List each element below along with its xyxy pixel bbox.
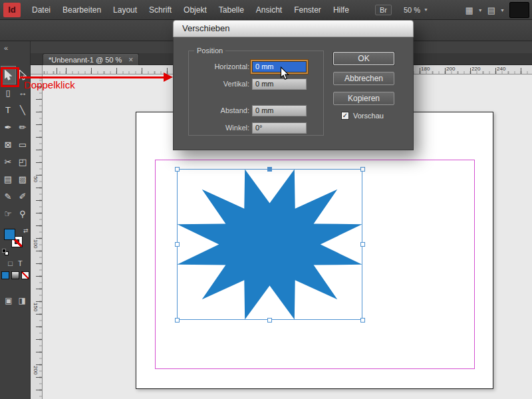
position-group-label: Position [194,47,225,55]
tools-panel: « ▯↔T╲✒✏⊠▭✂◰▤▨✎✐☞⚲ ⇄ □ T ▣ ◨ [0,41,31,399]
pen-tool[interactable]: ✒ [1,118,15,136]
line-tool[interactable]: ╲ [16,101,30,118]
dialog-title: Verschieben [182,23,230,33]
fill-color-swatch[interactable] [4,229,15,240]
menu-item-hilfe[interactable]: Hilfe [327,0,355,20]
abstand-value: 0 mm [255,106,274,114]
annotation-arrow-head [164,72,173,82]
formatting-container-icon[interactable]: □ [8,259,13,267]
selection-handle[interactable] [360,167,365,172]
vertikal-input[interactable]: 0 mm [252,78,307,90]
preview-mode-icon[interactable]: ◨ [19,296,26,305]
collapse-panel-icon[interactable]: « [4,44,8,52]
zoom-level-control[interactable]: 50 % ▼ [404,6,428,14]
v-ruler-label: 200 [33,366,39,374]
close-icon[interactable]: × [128,57,133,63]
selection-handle[interactable] [267,318,272,323]
type-tool[interactable]: T [1,101,15,118]
h-ruler-label: 180 [421,66,430,72]
winkel-label: Winkel: [190,124,249,132]
menu-item-ansicht[interactable]: Ansicht [250,0,288,20]
gradient-feather-tool[interactable]: ▨ [16,170,30,188]
verschieben-dialog: Verschieben Position Horizontal: 0 mm Ve… [173,20,414,150]
v-ruler-label: 100 [33,239,39,248]
apply-color-icon[interactable] [1,271,9,279]
scissors-tool[interactable]: ✂ [1,153,15,170]
panel-list-icon[interactable]: ▤ [487,5,495,15]
mouse-cursor-icon [280,66,290,84]
menu-item-fenster[interactable]: Fenster [288,0,327,20]
abbrechen-button[interactable]: Abbrechen [333,72,394,85]
menu-item-bearbeiten[interactable]: Bearbeiten [57,0,107,20]
pencil-tool[interactable]: ✏ [16,118,30,136]
apply-row [0,271,31,279]
zoom-tool[interactable]: ⚲ [16,205,30,222]
selection-bounding-box [177,169,362,320]
gradient-swatch-tool[interactable]: ▤ [1,170,15,188]
selection-handle[interactable] [175,167,180,172]
vorschau-label: Vorschau [353,112,384,120]
dialog-titlebar[interactable]: Verschieben [173,20,414,37]
vertikal-label: Vertikal: [190,80,249,88]
app-logo: Id [3,3,21,17]
selection-handle[interactable] [267,167,272,172]
checkbox-box[interactable]: ✓ [341,112,349,120]
default-fill-stroke-icon[interactable] [2,249,10,257]
view-mode-row: ▣ ◨ [0,296,31,305]
rectangle-tool[interactable]: ▭ [16,136,30,153]
abstand-label: Abstand: [190,106,249,114]
annotation-highlight-box [1,67,19,87]
ruler-origin-corner[interactable] [31,65,43,74]
vertical-ruler[interactable]: 50100150200 [31,74,43,399]
horizontal-input[interactable]: 0 mm [252,61,307,72]
menu-bar: Id DateiBearbeitenLayoutSchriftObjektTab… [0,0,532,20]
horizontal-value: 0 mm [255,63,274,70]
formatting-text-icon[interactable]: T [18,259,23,267]
annotation-arrow-line [20,76,164,78]
selection-handle[interactable] [360,242,365,247]
document-tab[interactable]: *Unbenannt-1 @ 50 % × [43,53,139,65]
eyedropper-tool[interactable]: ✐ [16,188,30,205]
menu-items: DateiBearbeitenLayoutSchriftObjektTabell… [26,0,355,20]
rectangle-frame-tool[interactable]: ⊠ [1,136,15,153]
v-ruler-label: 50 [33,176,39,182]
selection-handle[interactable] [175,318,180,323]
h-ruler-label: 220 [471,66,480,72]
abstand-input[interactable]: 0 mm [252,105,307,116]
normal-view-icon[interactable]: ▣ [5,296,12,305]
chevron-down-icon: ▼ [424,7,428,12]
h-ruler-label: 240 [497,66,505,72]
document-tab-title: *Unbenannt-1 @ 50 % [49,56,122,64]
apply-none-icon[interactable] [21,271,29,279]
winkel-input[interactable]: 0° [252,122,307,134]
formatting-row: □ T [0,259,31,267]
check-icon: ✓ [342,112,348,119]
chevron-down-icon[interactable]: ▼ [478,8,483,13]
workspace-grid-icon[interactable]: ▦ [466,5,473,15]
kopieren-button[interactable]: Kopieren [333,92,394,105]
bridge-button[interactable]: Br [375,5,392,15]
ok-button[interactable]: OK [333,52,394,65]
menu-item-objekt[interactable]: Objekt [178,0,213,20]
zoom-level-value: 50 % [404,6,420,14]
winkel-value: 0° [255,124,263,132]
selection-handle[interactable] [175,242,180,247]
menu-item-datei[interactable]: Datei [26,0,57,20]
v-ruler-label: 150 [33,303,39,311]
menu-item-tabelle[interactable]: Tabelle [213,0,250,20]
note-tool[interactable]: ✎ [1,188,15,205]
horizontal-label: Horizontal: [190,63,249,70]
apply-gradient-icon[interactable] [11,271,19,279]
vorschau-checkbox[interactable]: ✓ Vorschau [341,112,384,120]
selection-handle[interactable] [360,318,365,323]
menu-item-schrift[interactable]: Schrift [143,0,178,20]
menu-bar-right: ▦ ▼ ▤ ▼ [466,0,529,20]
annotation-label: Doppelklick [24,79,75,90]
menu-item-layout[interactable]: Layout [107,0,143,20]
h-ruler-label: 200 [446,66,455,72]
free-transform-tool[interactable]: ◰ [16,153,30,170]
swap-fill-stroke-icon[interactable]: ⇄ [23,227,29,234]
dialog-body: Position Horizontal: 0 mm Vertikal: 0 mm… [173,37,414,150]
hand-tool[interactable]: ☞ [1,205,15,222]
chevron-down-icon[interactable]: ▼ [500,8,505,13]
